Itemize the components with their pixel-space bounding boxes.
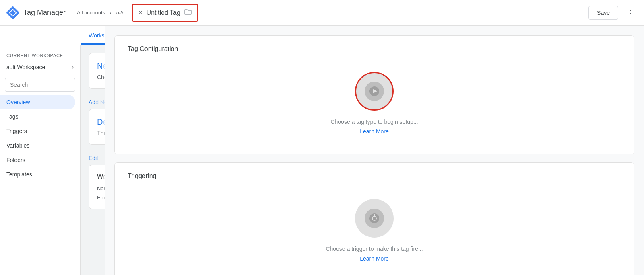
- app-name: Tag Manager: [23, 8, 66, 17]
- workspace-name: ault Workspace: [6, 64, 45, 70]
- main-layout: CURRENT WORKSPACE ault Workspace › Overv…: [0, 45, 644, 275]
- triggering-card[interactable]: Triggering Choose a trigger to make this…: [114, 162, 634, 275]
- tag-configuration-card[interactable]: Tag Configuration Choose a tag type to b…: [114, 45, 634, 154]
- sidebar: CURRENT WORKSPACE ault Workspace › Overv…: [0, 45, 80, 275]
- triggering-hint: Choose a trigger to make this tag fire..…: [326, 246, 423, 252]
- sidebar-item-variables[interactable]: Variables: [0, 138, 75, 153]
- tag-tab[interactable]: × Untitled Tag: [132, 4, 198, 22]
- sidebar-section-label: CURRENT WORKSPACE: [0, 48, 80, 60]
- top-header: Tag Manager All accounts / ulti... × Unt…: [0, 0, 644, 26]
- triggering-learn-more[interactable]: Learn More: [360, 255, 389, 262]
- logo-area: Tag Manager: [6, 6, 72, 19]
- more-options-button[interactable]: ⋮: [623, 6, 638, 19]
- trigger-icon[interactable]: [355, 199, 394, 238]
- sidebar-item-overview[interactable]: Overview: [0, 95, 75, 109]
- close-icon[interactable]: ×: [138, 10, 142, 16]
- container-label: ulti...: [116, 10, 127, 16]
- tag-play-icon: [369, 86, 380, 97]
- chevron-right-icon: ›: [72, 64, 74, 71]
- sidebar-item-folders[interactable]: Folders: [0, 153, 75, 167]
- triggering-body: Choose a trigger to make this tag fire..…: [128, 193, 621, 271]
- tag-configuration-body: Choose a tag type to begin setup... Lear…: [128, 66, 621, 144]
- tag-tab-title: Untitled Tag: [147, 9, 180, 16]
- gtm-logo-icon: [6, 6, 19, 19]
- triggering-title: Triggering: [128, 172, 621, 180]
- save-button[interactable]: Save: [588, 6, 618, 20]
- tag-type-icon[interactable]: [355, 72, 394, 111]
- trigger-bolt-icon: [369, 213, 380, 224]
- tag-type-icon-inner: [365, 82, 384, 101]
- tag-editor-panel: Tag Configuration Choose a tag type to b…: [105, 45, 644, 275]
- separator: /: [110, 10, 111, 16]
- folder-icon: [184, 9, 192, 17]
- search-input[interactable]: [5, 78, 75, 92]
- tag-config-hint: Choose a tag type to begin setup...: [330, 119, 418, 125]
- tag-tab-bar: × Untitled Tag: [132, 0, 355, 25]
- sidebar-item-triggers[interactable]: Triggers: [0, 124, 75, 138]
- sidebar-item-tags[interactable]: Tags: [0, 109, 75, 124]
- tag-configuration-title: Tag Configuration: [128, 45, 621, 53]
- workspace-item[interactable]: ault Workspace ›: [0, 60, 80, 75]
- trigger-icon-inner: [365, 209, 384, 228]
- edit-link[interactable]: Edit: [89, 155, 98, 161]
- tag-config-learn-more[interactable]: Learn More: [360, 128, 389, 135]
- sidebar-item-templates[interactable]: Templates: [0, 167, 75, 182]
- account-label: All accounts: [77, 10, 105, 16]
